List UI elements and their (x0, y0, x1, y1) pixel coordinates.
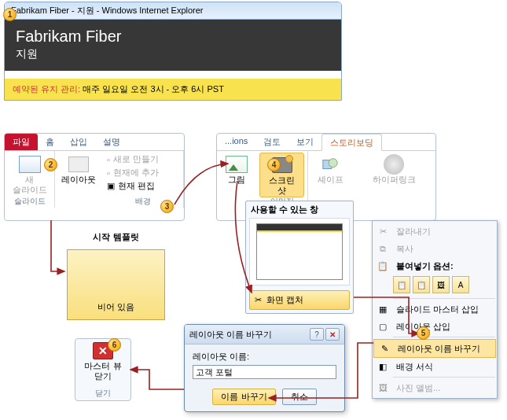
new-slide-button[interactable]: 새 슬라이드 (9, 153, 50, 196)
bg-new-button[interactable]: ▫ 새로 만들기 (104, 153, 162, 166)
bg-format-icon: ◧ (376, 360, 390, 373)
screen-capture-button[interactable]: ✂ 화면 캡처 (249, 290, 350, 310)
tab-view[interactable]: 보기 (288, 134, 321, 150)
shapes-icon (318, 154, 342, 175)
master-icon: ▦ (376, 303, 390, 315)
tab-home[interactable]: 홈 (38, 134, 62, 150)
maintenance-text: 매주 일요일 오전 3시 - 오후 6시 PST (83, 84, 224, 94)
dialog-ok-button[interactable]: 이름 바꾸기 (212, 389, 275, 405)
callout-2: 2 (44, 158, 57, 171)
album-icon: 🖼 (376, 381, 390, 394)
cut-icon: ✂ (376, 225, 390, 238)
bg-add-current-button[interactable]: ▫ 현재에 추가 (104, 166, 162, 179)
dialog-close-button[interactable]: ✕ (325, 328, 340, 341)
context-menu: ✂잘라내기 ⧉복사 📋붙여넣기 옵션: 📋 📋 🖼 A ▦슬라이드 마스터 삽입… (372, 220, 498, 399)
tab-review[interactable]: 검토 (255, 134, 288, 150)
group-slide-label: 슬라이드 (5, 196, 54, 207)
popup-window-list (249, 218, 350, 286)
close-group-label: 닫기 (95, 388, 111, 400)
menu-bg-format[interactable]: ◧배경 서식 (373, 358, 497, 375)
tab-ions[interactable]: ...ions (217, 134, 255, 150)
screenshot-popup: 사용할 수 있는 창 ✂ 화면 캡처 (245, 201, 354, 314)
globe-icon (382, 154, 406, 175)
template-gallery: 시작 템플릿 비어 있음 (55, 228, 177, 320)
callout-6: 6 (108, 338, 121, 352)
maintenance-label: 예약된 유지 관리: (13, 84, 80, 94)
dialog-help-button[interactable]: ? (310, 328, 324, 341)
menu-insert-master[interactable]: ▦슬라이드 마스터 삽입 (373, 300, 497, 318)
callout-1: 1 (3, 8, 17, 21)
picture-button[interactable]: 그림 (222, 153, 252, 186)
page-title: Fabrikam Fiber (16, 28, 330, 46)
rename-dialog: 레이아웃 이름 바꾸기 ? ✕ 레이아웃 이름: 이름 바꾸기 취소 (184, 324, 345, 412)
dialog-cancel-button[interactable]: 취소 (282, 389, 317, 405)
svg-point-1 (329, 159, 337, 168)
copy-icon: ⧉ (376, 242, 390, 255)
template-header: 시작 템플릿 (55, 228, 177, 246)
tab-file[interactable]: 파일 (5, 134, 38, 150)
paste-opt-3[interactable]: 🖼 (432, 276, 450, 293)
dialog-title: 레이아웃 이름 바꾸기 (189, 329, 272, 341)
window-preview[interactable] (256, 223, 343, 280)
paste-opt-2[interactable]: 📋 (413, 276, 430, 293)
edit-icon: ▣ (107, 181, 115, 191)
dialog-field-label: 레이아웃 이름: (193, 351, 336, 363)
menu-paste-header: 📋붙여넣기 옵션: (373, 257, 497, 274)
tab-storyboarding[interactable]: 스토리보딩 (321, 134, 382, 151)
popup-header: 사용할 수 있는 창 (246, 201, 353, 218)
template-thumb-empty[interactable]: 비어 있음 (67, 249, 165, 320)
callout-3: 3 (160, 200, 174, 213)
menu-insert-layout[interactable]: ▢레이아웃 삽입 (373, 318, 497, 335)
maintenance-banner: 예약된 유지 관리: 매주 일요일 오전 3시 - 오후 6시 PST (5, 71, 341, 100)
layout-button[interactable]: 레이아웃 (58, 153, 99, 186)
layout-insert-icon: ▢ (376, 320, 390, 333)
close-master-panel: ✕ 마스터 뷰 닫기 닫기 (75, 338, 131, 401)
callout-4: 4 (267, 158, 281, 171)
shapes-button[interactable]: 셰이프 (314, 153, 347, 186)
add-icon: ▫ (107, 168, 110, 178)
layout-name-input[interactable] (193, 365, 336, 379)
paste-options: 📋 📋 🖼 A (373, 274, 497, 297)
screenshot-button[interactable]: 스크린 샷 (259, 153, 304, 197)
browser-titlebar: Fabrikam Fiber - 지원 - Windows Internet E… (5, 2, 341, 20)
paste-icon: 📋 (376, 260, 390, 272)
tab-insert[interactable]: 삽입 (62, 134, 95, 150)
callout-5: 5 (417, 326, 430, 340)
bg-edit-current-button[interactable]: ▣ 현재 편집 (104, 179, 158, 193)
rename-icon: ✎ (377, 342, 391, 355)
browser-window: Fabrikam Fiber - 지원 - Windows Internet E… (4, 2, 342, 101)
menu-rename-layout[interactable]: ✎레이아웃 이름 바꾸기 (373, 339, 496, 358)
ribbon2-tabs: ...ions 검토 보기 스토리보딩 (217, 134, 435, 151)
page-header: Fabrikam Fiber 지원 (5, 20, 341, 71)
menu-photo-album[interactable]: 🖼사진 앨범... (373, 379, 497, 396)
layout-icon (67, 154, 90, 175)
ribbon-tabs: 파일 홈 삽입 설명 (5, 134, 184, 151)
paste-opt-4[interactable]: A (452, 276, 469, 293)
picture-icon (225, 154, 248, 175)
menu-copy[interactable]: ⧉복사 (373, 240, 497, 257)
new-slide-icon (18, 154, 42, 175)
tab-description[interactable]: 설명 (95, 134, 128, 150)
ribbon-left: 파일 홈 삽입 설명 새 슬라이드 슬라이드 레이아웃 ▫ 새로 만들기 ▫ (4, 133, 185, 221)
menu-cut[interactable]: ✂잘라내기 (373, 223, 497, 240)
paste-opt-1[interactable]: 📋 (393, 276, 410, 293)
hyperlink-button[interactable]: 하이퍼링크 (369, 153, 419, 186)
page-subtitle: 지원 (16, 47, 330, 61)
crop-icon: ✂ (255, 295, 262, 305)
new-icon: ▫ (107, 155, 110, 164)
